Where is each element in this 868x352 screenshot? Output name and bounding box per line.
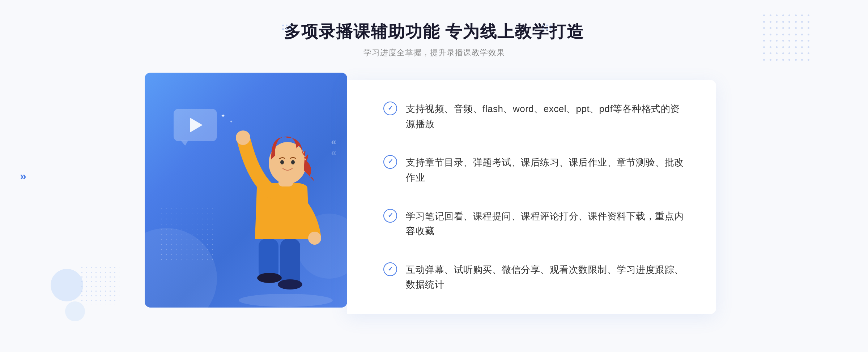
right-panel: ✓ 支持视频、音频、flash、word、excel、ppt、pdf等各种格式的… bbox=[347, 80, 716, 314]
card-dots-pattern bbox=[159, 206, 217, 264]
left-panel: « « ✦ ✦ bbox=[145, 73, 354, 318]
feature-text-2: 支持章节目录、弹题考试、课后练习、课后作业、章节测验、批改作业 bbox=[406, 155, 687, 185]
play-icon bbox=[190, 118, 203, 132]
feature-item-3: ✓ 学习笔记回看、课程提问、课程评论打分、课件资料下载，重点内容收藏 bbox=[383, 209, 687, 239]
image-card: « « ✦ ✦ bbox=[145, 73, 347, 308]
svg-point-10 bbox=[291, 160, 295, 164]
bottom-dots-pattern bbox=[80, 265, 119, 305]
feature-item-4: ✓ 互动弹幕、试听购买、微信分享、观看次数限制、学习进度跟踪、数据统计 bbox=[383, 262, 687, 292]
person-illustration bbox=[224, 98, 347, 308]
svg-rect-1 bbox=[280, 239, 300, 286]
feature-text-3: 学习笔记回看、课程提问、课程评论打分、课件资料下载，重点内容收藏 bbox=[406, 209, 687, 239]
header-dots-right bbox=[542, 25, 552, 30]
feature-item-2: ✓ 支持章节目录、弹题考试、课后练习、课后作业、章节测验、批改作业 bbox=[383, 155, 687, 185]
svg-point-4 bbox=[278, 279, 302, 289]
svg-rect-2 bbox=[259, 239, 278, 279]
check-icon-4: ✓ bbox=[383, 262, 397, 276]
svg-point-3 bbox=[257, 273, 282, 283]
main-content: « « ✦ ✦ bbox=[145, 73, 723, 318]
svg-point-0 bbox=[239, 294, 333, 307]
svg-point-9 bbox=[280, 160, 284, 164]
feature-text-4: 互动弹幕、试听购买、微信分享、观看次数限制、学习进度跟踪、数据统计 bbox=[406, 262, 687, 292]
page-container: » 多项录播课辅助功能 专为线上教学打造 学习进度全掌握，提升录播课教学效果 bbox=[0, 0, 868, 352]
main-title: 多项录播课辅助功能 专为线上教学打造 bbox=[0, 22, 868, 42]
check-icon-3: ✓ bbox=[383, 209, 397, 223]
check-icon-1: ✓ bbox=[383, 102, 397, 115]
left-arrow-decoration: » bbox=[20, 169, 26, 183]
svg-point-6 bbox=[308, 232, 321, 245]
sub-title: 学习进度全掌握，提升录播课教学效果 bbox=[0, 47, 868, 58]
header-section: 多项录播课辅助功能 专为线上教学打造 学习进度全掌握，提升录播课教学效果 bbox=[0, 0, 868, 58]
feature-text-1: 支持视频、音频、flash、word、excel、ppt、pdf等各种格式的资源… bbox=[406, 102, 687, 132]
bottom-left-circle-large bbox=[51, 269, 83, 301]
header-dots-left bbox=[282, 25, 291, 30]
svg-point-5 bbox=[236, 130, 250, 145]
play-button-area bbox=[174, 109, 217, 145]
feature-item-1: ✓ 支持视频、音频、flash、word、excel、ppt、pdf等各种格式的… bbox=[383, 102, 687, 132]
speech-bubble bbox=[174, 109, 217, 141]
check-icon-2: ✓ bbox=[383, 155, 397, 169]
